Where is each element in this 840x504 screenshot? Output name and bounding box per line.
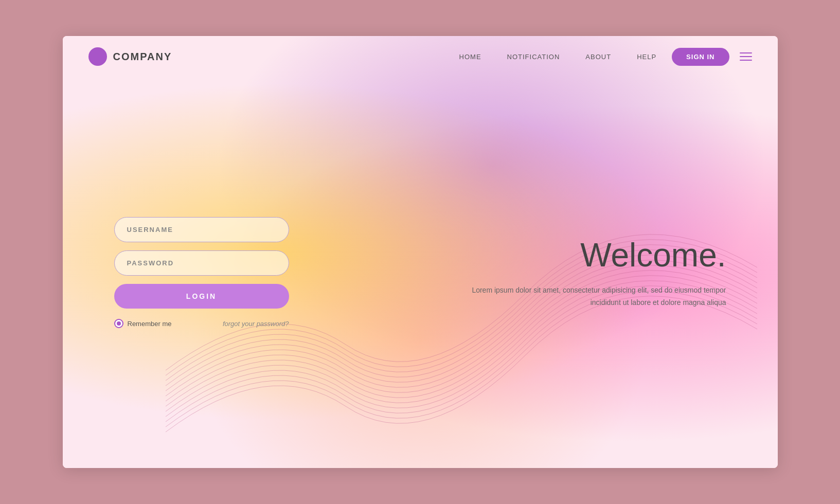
hamburger-menu-icon[interactable] (740, 52, 752, 61)
logo-area: COMPANY (88, 47, 172, 66)
main-content: LOGIN Remember me forgot your password? … (63, 77, 778, 468)
remember-me-checkbox[interactable]: Remember me (114, 319, 172, 328)
forgot-password-link[interactable]: forgot your password? (223, 320, 289, 328)
form-footer: Remember me forgot your password? (114, 319, 289, 328)
company-name: COMPANY (113, 51, 172, 63)
nav-about[interactable]: ABOUT (585, 53, 611, 61)
nav-links: HOME NOTIFICATION ABOUT HELP (459, 53, 657, 61)
nav-notification[interactable]: NOTIFICATION (507, 53, 560, 61)
password-input[interactable] (114, 250, 289, 276)
welcome-description: Lorem ipsum dolor sit amet, consectetur … (469, 284, 726, 309)
login-button[interactable]: LOGIN (114, 284, 289, 309)
username-input[interactable] (114, 217, 289, 242)
sign-in-button[interactable]: SIGN IN (672, 48, 729, 66)
page-container: COMPANY HOME NOTIFICATION ABOUT HELP SIG… (63, 36, 778, 468)
nav-help[interactable]: HELP (637, 53, 656, 61)
logo-circle (88, 47, 107, 66)
remember-label: Remember me (128, 320, 172, 328)
welcome-title: Welcome. (469, 236, 726, 274)
navbar: COMPANY HOME NOTIFICATION ABOUT HELP SIG… (63, 36, 778, 77)
nav-home[interactable]: HOME (459, 53, 481, 61)
login-form: LOGIN Remember me forgot your password? (114, 217, 289, 328)
radio-button[interactable] (114, 319, 123, 328)
hero-content: Welcome. Lorem ipsum dolor sit amet, con… (469, 236, 726, 309)
